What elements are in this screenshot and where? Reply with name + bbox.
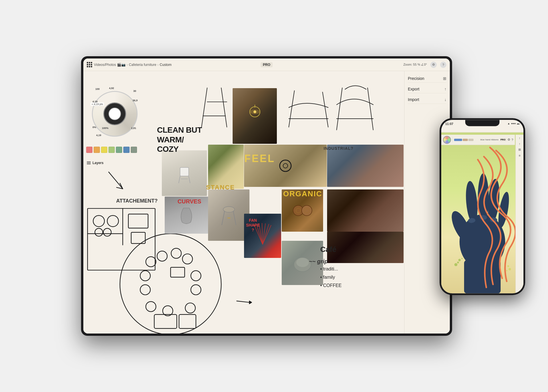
svg-point-12 <box>171 248 181 258</box>
zoom-label: Zoom: 55 % ∠0° <box>403 63 427 66</box>
iphone-device: 11:07 ▲ ●●● ▬ <box>440 118 525 295</box>
svg-point-55 <box>302 205 312 216</box>
iphone-layers-icon[interactable]: ≡ <box>519 154 520 157</box>
photo-restaurant-low <box>327 232 404 263</box>
text-attachement: ATTACHEMENT? <box>116 198 158 204</box>
svg-point-3 <box>93 215 104 227</box>
iphone-pro-badge: PRO <box>500 138 506 141</box>
svg-point-76 <box>506 270 507 271</box>
svg-point-13 <box>182 254 192 264</box>
svg-line-45 <box>189 176 190 183</box>
canvas-area[interactable]: 100 4,92 30 4,19 36,9 2,81 4,19 0% 100% … <box>83 71 404 334</box>
breadcrumb-sep2: › <box>158 63 159 67</box>
iphone-right-panel: ↑ ↑ ⊞ ≡ <box>515 135 523 293</box>
text-feel: FEEL <box>244 152 275 165</box>
iphone-notch <box>465 120 499 126</box>
svg-line-34 <box>337 88 342 130</box>
mini-swatch-blue[interactable] <box>454 139 462 141</box>
svg-point-73 <box>454 263 458 266</box>
svg-point-58 <box>296 258 309 267</box>
import-icon: ↓ <box>444 97 446 102</box>
svg-line-51 <box>233 211 236 225</box>
photo-feel <box>244 145 327 187</box>
svg-rect-7 <box>128 214 148 228</box>
battery-icon: ▬ <box>517 122 519 125</box>
svg-point-70 <box>458 259 461 261</box>
svg-rect-22 <box>179 314 196 328</box>
export-label: Export <box>408 87 419 91</box>
text-grip: ~~ grip <box>309 258 328 265</box>
svg-point-5 <box>95 228 103 236</box>
text-industrial: INDUSTRIAL? <box>324 146 353 151</box>
divider <box>452 137 453 143</box>
iphone-canvas[interactable] <box>441 132 523 293</box>
front-camera <box>478 122 481 124</box>
svg-line-31 <box>289 91 295 127</box>
svg-line-44 <box>179 176 180 183</box>
breadcrumb: Videos/Photos 🎬📷 › Cafeteria furniture ›… <box>94 63 172 67</box>
text-bullet-list: • traditi...• family• COFFEE <box>320 265 342 290</box>
svg-point-11 <box>157 251 167 261</box>
svg-point-14 <box>140 271 150 281</box>
svg-point-19 <box>185 303 195 313</box>
iphone-artwork <box>441 132 523 293</box>
export-icon: ↑ <box>444 87 446 91</box>
svg-rect-21 <box>154 314 177 328</box>
svg-line-37 <box>237 301 249 302</box>
svg-point-71 <box>457 262 459 263</box>
ipad-screen: Videos/Photos 🎬📷 › Cafeteria furniture ›… <box>83 58 450 334</box>
grid-panel-icon: ⊞ <box>443 76 446 81</box>
mini-swatches <box>454 139 474 141</box>
text-stance: STANCE <box>206 184 235 191</box>
iphone-time: 11:07 <box>445 122 453 126</box>
settings-button[interactable]: ⚙ <box>430 62 437 68</box>
help-button[interactable]: ? <box>440 62 446 68</box>
breadcrumb-videos[interactable]: Videos/Photos 🎬📷 <box>94 63 126 67</box>
signal-icon: ●●● <box>511 122 516 125</box>
iphone-share-icon[interactable]: ↑ <box>519 142 521 146</box>
photo-stool <box>208 189 249 241</box>
import-label: Import <box>408 97 419 102</box>
text-organic: ORGANIC <box>283 189 322 198</box>
svg-line-50 <box>222 211 225 225</box>
wifi-icon: ▲ <box>507 122 510 125</box>
pro-badge: PRO <box>261 62 273 67</box>
text-curves: CURVES <box>178 198 201 205</box>
svg-line-35 <box>368 88 373 130</box>
breadcrumb-custom[interactable]: Custom <box>160 63 172 67</box>
iphone-grid-icon[interactable]: ⊞ <box>518 148 521 151</box>
svg-point-10 <box>146 257 156 267</box>
breadcrumb-cafeteria[interactable]: Cafeteria furniture <box>129 63 156 67</box>
iphone-breadcrumb-text: blue hand ribbons <box>480 138 499 141</box>
svg-rect-66 <box>464 260 501 294</box>
precision-label: Precision <box>408 76 424 81</box>
precision-button[interactable]: Precision ⊞ <box>408 74 446 83</box>
iphone-gear-icon[interactable]: ⚙ <box>507 138 510 142</box>
text-fan-shape: FANSHAPE? <box>246 218 260 232</box>
svg-point-4 <box>107 215 118 227</box>
export-button[interactable]: Export ↑ <box>408 85 446 93</box>
photo-cafe-lamp <box>233 88 277 144</box>
svg-line-27 <box>202 88 207 127</box>
iphone-help-icon[interactable]: ? <box>511 138 513 142</box>
ipad-topbar: Videos/Photos 🎬📷 › Cafeteria furniture ›… <box>83 58 450 71</box>
svg-line-28 <box>221 88 227 127</box>
mini-color-wheel[interactable] <box>443 136 451 144</box>
iphone-export-icon[interactable]: ↑ <box>519 136 521 140</box>
photo-palm-chair <box>208 145 244 189</box>
mini-swatch-tan[interactable] <box>463 139 468 141</box>
svg-line-32 <box>323 92 328 127</box>
svg-point-75 <box>509 268 511 270</box>
svg-rect-23 <box>171 267 185 277</box>
import-button[interactable]: Import ↓ <box>408 96 446 104</box>
topbar-left: Videos/Photos 🎬📷 › Cafeteria furniture ›… <box>87 62 401 67</box>
svg-point-18 <box>146 302 156 312</box>
svg-point-47 <box>280 160 291 171</box>
svg-point-48 <box>283 163 288 168</box>
text-clean-but-warm: CLEAN BUTWARM/COZY <box>157 125 202 154</box>
apps-icon[interactable] <box>87 62 92 67</box>
svg-point-49 <box>223 207 235 212</box>
mini-swatch-light[interactable] <box>468 139 474 141</box>
text-cafe: Café <box>320 245 336 254</box>
topbar-right: Zoom: 55 % ∠0° ⚙ ? <box>403 62 446 68</box>
